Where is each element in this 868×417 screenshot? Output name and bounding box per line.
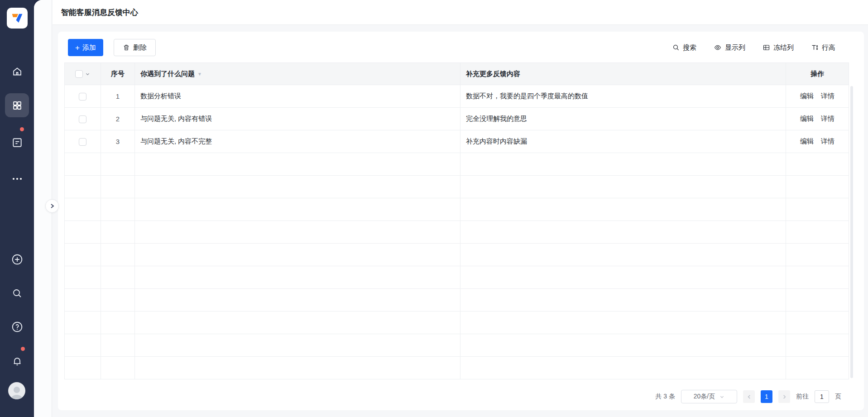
table-header-row: 序号 你遇到了什么问题▼ 补充更多反馈内容 操作 bbox=[65, 63, 849, 85]
add-button[interactable]: + 添加 bbox=[68, 39, 103, 56]
search-tool[interactable]: 搜索 bbox=[672, 43, 696, 52]
column-header-index: 序号 bbox=[101, 63, 135, 85]
filter-caret-icon[interactable]: ▼ bbox=[197, 72, 202, 77]
expand-panel-button[interactable] bbox=[45, 199, 59, 213]
search-icon bbox=[12, 288, 23, 299]
row-checkbox[interactable] bbox=[79, 115, 86, 123]
row-question: 数据分析错误 bbox=[135, 85, 460, 108]
select-all-header bbox=[65, 63, 101, 85]
empty-table-row bbox=[65, 312, 849, 334]
delete-button-label: 删除 bbox=[133, 43, 147, 52]
title-bar: 智能客服消息反馈中心 bbox=[53, 0, 868, 25]
empty-table-row bbox=[65, 244, 849, 266]
chevron-right-icon bbox=[49, 203, 55, 209]
sidebar-item-search[interactable] bbox=[0, 288, 34, 299]
empty-table-row bbox=[65, 198, 849, 221]
row-question: 与问题无关, 内容不完整 bbox=[135, 130, 460, 153]
add-button-label: 添加 bbox=[82, 43, 96, 52]
column-header-question[interactable]: 你遇到了什么问题▼ bbox=[135, 63, 460, 85]
delete-button[interactable]: 删除 bbox=[114, 39, 156, 56]
page-suffix: 页 bbox=[835, 393, 841, 401]
edit-link[interactable]: 编辑 bbox=[800, 115, 814, 123]
select-all-checkbox[interactable] bbox=[75, 70, 83, 78]
table-row: 3 与问题无关, 内容不完整 补充内容时内容缺漏 编辑详情 bbox=[65, 130, 849, 153]
pagination: 共 3 条 20条/页 1 前往 页 bbox=[655, 389, 841, 404]
search-tool-label: 搜索 bbox=[683, 43, 696, 52]
grid-apps-icon bbox=[12, 100, 23, 111]
goto-page-input[interactable] bbox=[815, 390, 829, 403]
row-question: 与问题无关, 内容有错误 bbox=[135, 108, 460, 130]
show-columns-tool[interactable]: 显示列 bbox=[714, 43, 745, 52]
goto-label: 前往 bbox=[796, 393, 809, 401]
column-header-question-label: 你遇到了什么问题 bbox=[140, 70, 195, 77]
sidebar-item-home[interactable] bbox=[0, 66, 34, 77]
user-avatar[interactable] bbox=[8, 382, 25, 399]
person-icon bbox=[8, 384, 25, 399]
current-page-button[interactable]: 1 bbox=[761, 390, 772, 403]
row-height-label: 行高 bbox=[822, 43, 835, 52]
bell-icon bbox=[12, 356, 23, 367]
home-icon bbox=[12, 66, 23, 77]
freeze-columns-label: 冻结列 bbox=[773, 43, 794, 52]
logo-icon bbox=[10, 10, 25, 26]
row-height-icon bbox=[811, 44, 819, 51]
table-vertical-scrollbar[interactable] bbox=[850, 86, 853, 378]
sidebar-item-notifications[interactable] bbox=[0, 356, 34, 367]
page-size-value: 20条/页 bbox=[694, 393, 715, 401]
sidebar bbox=[0, 0, 34, 417]
edit-link[interactable]: 编辑 bbox=[800, 92, 814, 101]
chevron-left-icon bbox=[747, 394, 752, 399]
show-columns-label: 显示列 bbox=[725, 43, 745, 52]
table-tools: 搜索 显示列 冻结列 行高 bbox=[672, 39, 835, 56]
sidebar-item-more[interactable] bbox=[0, 176, 34, 182]
row-feedback: 补充内容时内容缺漏 bbox=[460, 130, 786, 153]
sidebar-item-help[interactable] bbox=[0, 321, 34, 333]
column-header-ops: 操作 bbox=[786, 63, 849, 85]
empty-table-row bbox=[65, 176, 849, 198]
prev-page-button[interactable] bbox=[743, 390, 755, 403]
table-row: 2 与问题无关, 内容有错误 完全没理解我的意思 编辑详情 bbox=[65, 108, 849, 130]
trash-icon bbox=[123, 44, 130, 51]
detail-link[interactable]: 详情 bbox=[821, 115, 834, 123]
empty-table-row bbox=[65, 266, 849, 289]
sidebar-item-apps-active[interactable] bbox=[5, 93, 29, 117]
edit-link[interactable]: 编辑 bbox=[800, 137, 814, 146]
detail-link[interactable]: 详情 bbox=[821, 92, 834, 101]
app-logo[interactable] bbox=[7, 8, 28, 29]
eye-icon bbox=[714, 44, 722, 51]
notification-dot-forms bbox=[20, 127, 24, 131]
empty-table-row bbox=[65, 334, 849, 357]
sidebar-item-create[interactable] bbox=[0, 254, 34, 265]
chevron-down-icon[interactable] bbox=[85, 72, 90, 77]
main-area: 智能客服消息反馈中心 + 添加 删除 搜索 bbox=[34, 0, 868, 417]
search-icon bbox=[672, 44, 680, 51]
document-icon bbox=[11, 137, 23, 149]
sidebar-item-forms[interactable] bbox=[0, 137, 34, 149]
next-page-button[interactable] bbox=[778, 390, 790, 403]
content-card: + 添加 删除 搜索 显示列 bbox=[58, 32, 864, 410]
freeze-columns-tool[interactable]: 冻结列 bbox=[762, 43, 794, 52]
column-header-feedback: 补充更多反馈内容 bbox=[460, 63, 786, 85]
page-size-select[interactable]: 20条/页 bbox=[681, 390, 737, 403]
empty-table-row bbox=[65, 289, 849, 312]
empty-table-row bbox=[65, 153, 849, 176]
row-checkbox[interactable] bbox=[79, 93, 86, 101]
row-height-tool[interactable]: 行高 bbox=[811, 43, 835, 52]
pagination-total: 共 3 条 bbox=[655, 393, 675, 401]
row-feedback: 完全没理解我的意思 bbox=[460, 108, 786, 130]
freeze-columns-icon bbox=[762, 44, 770, 51]
chevron-down-icon bbox=[719, 394, 724, 399]
chevron-right-icon bbox=[782, 394, 787, 399]
row-checkbox[interactable] bbox=[79, 138, 86, 146]
ellipsis-icon bbox=[12, 177, 23, 181]
data-table: 序号 你遇到了什么问题▼ 补充更多反馈内容 操作 1 数据分析错误 数据不对，我… bbox=[64, 62, 849, 379]
plus-circle-icon bbox=[11, 254, 23, 265]
row-index: 3 bbox=[101, 130, 135, 153]
empty-table-row bbox=[65, 357, 849, 379]
row-index: 2 bbox=[101, 108, 135, 130]
page-title: 智能客服消息反馈中心 bbox=[61, 7, 138, 18]
row-feedback: 数据不对，我要的是四个季度最高的数值 bbox=[460, 85, 786, 108]
help-icon bbox=[11, 321, 23, 333]
detail-link[interactable]: 详情 bbox=[821, 137, 834, 146]
empty-table-row bbox=[65, 221, 849, 244]
